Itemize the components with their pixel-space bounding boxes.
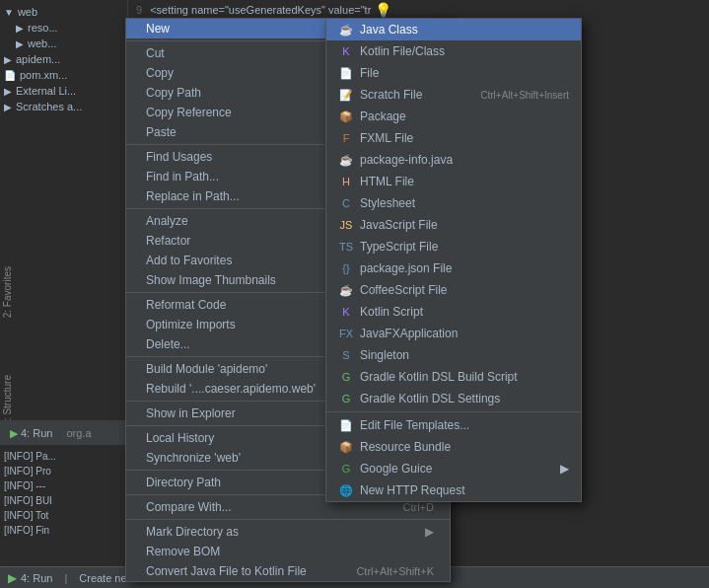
submenu-gradle-settings[interactable]: G Gradle Kotlin DSL Settings [326, 388, 581, 409]
submenu-sep-1 [326, 411, 581, 412]
status-separator: | [64, 572, 67, 584]
tree-item-pom[interactable]: 📄 pom.xm... [0, 67, 127, 83]
kotlin-file-icon: K [338, 43, 354, 59]
coffee-icon: ☕ [338, 282, 354, 298]
status-run-icon: ▶ [8, 571, 17, 585]
js-icon: JS [338, 217, 354, 233]
editor-code: <setting name="useGeneratedKeys" value="… [150, 4, 371, 16]
submenu-fxml[interactable]: F FXML File [326, 127, 581, 149]
fxml-icon: F [338, 130, 354, 146]
file-icon: 📄 [4, 70, 16, 81]
submenu-js[interactable]: JS JavaScript File [326, 214, 581, 236]
run-output: [INFO] Pa... [INFO] Pro [INFO] --- [INFO… [0, 445, 127, 542]
menu-sep-9 [126, 519, 450, 520]
log-line-2: [INFO] Pro [4, 464, 123, 478]
submenu-package-info[interactable]: ☕ package-info.java [326, 149, 581, 171]
submenu-java-class[interactable]: ☕ Java Class [326, 19, 581, 40]
submenu-javafx[interactable]: FX JavaFXApplication [326, 323, 581, 344]
submenu-html[interactable]: H HTML File [326, 171, 581, 192]
favorites-panel-label[interactable]: 2: Favorites [2, 266, 13, 318]
tree-item-reso[interactable]: ▶ reso... [0, 20, 127, 36]
submenu-kotlin-script[interactable]: K Kotlin Script [326, 301, 581, 323]
submenu-package[interactable]: 📦 Package [326, 106, 581, 127]
html-icon: H [338, 174, 354, 189]
kotlin-script-icon: K [338, 304, 354, 320]
submenu-edit-templates[interactable]: 📄 Edit File Templates... [326, 414, 581, 436]
line-number: 9 [128, 4, 150, 16]
tree-item-external[interactable]: ▶ External Li... [0, 83, 127, 99]
folder-icon: ▶ [4, 54, 12, 65]
submenu-new: ☕ Java Class K Kotlin File/Class 📄 File … [325, 18, 582, 502]
tree-item-scratches[interactable]: ▶ Scratches a... [0, 99, 127, 114]
submenu-ts[interactable]: TS TypeScript File [326, 236, 581, 257]
google-guice-icon: G [338, 461, 354, 477]
tree-item-web2[interactable]: ▶ web... [0, 36, 127, 51]
arrow-google-guice: ▶ [560, 462, 569, 476]
submenu-coffee[interactable]: ☕ CoffeeScript File [326, 279, 581, 301]
submenu-resource-bundle[interactable]: 📦 Resource Bundle [326, 436, 581, 458]
gradle-settings-icon: G [338, 391, 354, 406]
status-run-section[interactable]: ▶ 4: Run [8, 571, 52, 585]
log-line-6: [INFO] Fin [4, 523, 123, 538]
json-icon: {} [338, 260, 354, 276]
http-icon: 🌐 [338, 482, 354, 498]
package-info-icon: ☕ [338, 152, 354, 168]
tree-item-web[interactable]: ▼ web [0, 4, 127, 20]
singleton-icon: S [338, 347, 354, 363]
library-icon: ▶ [4, 86, 12, 97]
file-icon: 📄 [338, 65, 354, 81]
project-tree: ▼ web ▶ reso... ▶ web... ▶ apidem... 📄 p… [0, 0, 128, 217]
ts-icon: TS [338, 239, 354, 255]
bottom-tab-bar: ▶ 4: Run org.a [0, 421, 127, 445]
bulb-icon[interactable]: 💡 [375, 2, 391, 18]
folder-icon: ▶ [4, 102, 12, 112]
run-icon: ▶ [10, 427, 18, 440]
scratch-file-icon: 📝 [338, 87, 354, 103]
edit-templates-icon: 📄 [338, 417, 354, 433]
gradle-build-icon: G [338, 369, 354, 385]
package-icon: 📦 [338, 109, 354, 124]
submenu-singleton[interactable]: S Singleton [326, 344, 581, 366]
submenu-google-guice[interactable]: G Google Guice ▶ [326, 458, 581, 479]
submenu-new-http[interactable]: 🌐 New HTTP Request [326, 479, 581, 501]
log-line-5: [INFO] Tot [4, 508, 123, 523]
folder-icon: ▶ [16, 23, 24, 34]
folder-icon: ▶ [16, 38, 24, 49]
menu-item-mark-dir[interactable]: Mark Directory as ▶ [126, 522, 450, 542]
css-icon: C [338, 195, 354, 211]
log-line-3: [INFO] --- [4, 478, 123, 493]
structure-panel-label[interactable]: 7: Structure [2, 375, 13, 426]
submenu-kotlin-file[interactable]: K Kotlin File/Class [326, 40, 581, 62]
menu-item-remove-bom[interactable]: Remove BOM [126, 542, 450, 561]
submenu-gradle-build[interactable]: G Gradle Kotlin DSL Build Script [326, 366, 581, 388]
tree-item-apidem[interactable]: ▶ apidem... [0, 51, 127, 67]
submenu-file[interactable]: 📄 File [326, 62, 581, 84]
submenu-json[interactable]: {} package.json File [326, 257, 581, 279]
folder-icon: ▼ [4, 7, 14, 18]
log-line-4: [INFO] BUI [4, 493, 123, 508]
submenu-stylesheet[interactable]: C Stylesheet [326, 192, 581, 214]
bottom-panel: ▶ 4: Run org.a [INFO] Pa... [INFO] Pro [… [0, 420, 128, 588]
run-tab[interactable]: ▶ 4: Run [4, 427, 58, 440]
resource-bundle-icon: 📦 [338, 439, 354, 455]
java-class-icon: ☕ [338, 22, 354, 37]
log-line-1: [INFO] Pa... [4, 449, 123, 464]
javafx-icon: FX [338, 326, 354, 341]
run-config: org.a [66, 427, 91, 439]
menu-item-convert-java[interactable]: Convert Java File to Kotlin File Ctrl+Al… [126, 561, 450, 581]
submenu-scratch-file[interactable]: 📝 Scratch File Ctrl+Alt+Shift+Insert [326, 84, 581, 106]
arrow-mark-dir: ▶ [425, 525, 434, 539]
